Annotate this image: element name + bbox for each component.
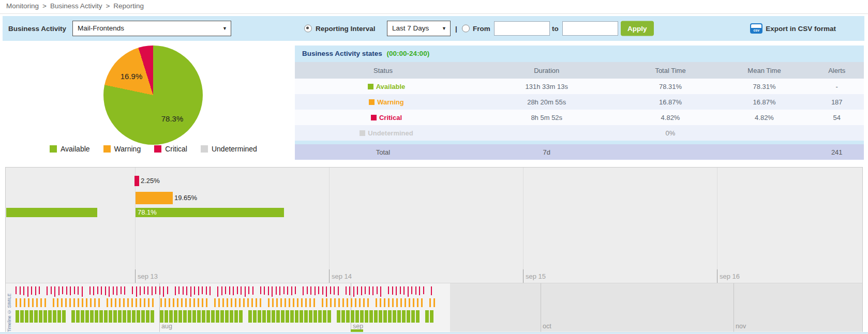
overview-tick-available bbox=[178, 310, 182, 323]
state-bar-warning bbox=[136, 192, 173, 204]
overview-tick-critical bbox=[229, 286, 230, 295]
overview-tick-available bbox=[230, 310, 233, 323]
overview-tick-available bbox=[53, 310, 56, 323]
reporting-interval-select[interactable]: Last 7 Days ▼ bbox=[387, 21, 451, 36]
overview-tick-warning bbox=[342, 298, 344, 307]
overview-tick-critical bbox=[167, 286, 168, 294]
overview-tick-available bbox=[309, 310, 312, 323]
from-radio[interactable] bbox=[462, 25, 470, 33]
overview-tick-warning bbox=[198, 298, 199, 307]
timeline-overview-band[interactable]: Timeline © SIMILE augsepoctnov bbox=[6, 283, 862, 332]
overview-tick-critical bbox=[178, 286, 179, 294]
overview-tick-warning bbox=[272, 298, 274, 307]
states-table: StatusDurationTotal TimeMean TimeAlerts … bbox=[295, 62, 864, 160]
overview-tick-available bbox=[206, 310, 210, 323]
overview-tick-available bbox=[160, 310, 163, 323]
overview-tick-critical bbox=[400, 286, 401, 294]
breadcrumb-item[interactable]: Monitoring bbox=[6, 2, 39, 10]
overview-tick-warning bbox=[409, 298, 410, 307]
overview-tick-warning bbox=[289, 298, 290, 307]
date-label: sep 14 bbox=[332, 272, 352, 280]
legend-swatch-available bbox=[50, 145, 57, 153]
overview-tick-critical bbox=[334, 286, 335, 295]
states-column-header: Mean Time bbox=[719, 62, 810, 79]
overview-tick-critical bbox=[159, 286, 160, 295]
overview-tick-available bbox=[141, 310, 145, 323]
overview-tick-warning bbox=[421, 298, 423, 307]
overview-tick-available bbox=[188, 310, 191, 323]
overview-tick-warning bbox=[405, 298, 406, 307]
overview-tick-critical bbox=[202, 286, 203, 294]
overview-tick-available bbox=[290, 310, 294, 323]
overview-tick-critical bbox=[93, 286, 94, 295]
reporting-interval-value: Last 7 Days bbox=[392, 24, 429, 32]
overview-tick-critical bbox=[105, 286, 106, 295]
states-value-cell: 54 bbox=[810, 110, 864, 125]
filter-toolbar: Business Activity Mail-Frontends ▼ Repor… bbox=[3, 16, 864, 41]
overview-tick-critical bbox=[252, 286, 253, 295]
overview-tick-warning bbox=[107, 298, 108, 307]
from-date-input[interactable] bbox=[494, 21, 550, 36]
visible-range-highlight[interactable] bbox=[6, 283, 450, 332]
breadcrumb-item[interactable]: Business Activity bbox=[50, 2, 102, 10]
overview-tick-available bbox=[34, 310, 38, 323]
overview-tick-warning bbox=[78, 298, 79, 307]
states-total-row: Total7d241 bbox=[295, 144, 864, 160]
overview-tick-warning bbox=[392, 298, 394, 307]
month-separator bbox=[541, 283, 541, 332]
overview-tick-critical bbox=[155, 286, 156, 294]
overview-tick-critical bbox=[303, 286, 304, 295]
overview-tick-critical bbox=[54, 286, 55, 297]
overview-tick-available bbox=[346, 310, 350, 323]
overview-tick-warning bbox=[433, 298, 435, 307]
overview-tick-available bbox=[43, 310, 47, 323]
overview-tick-warning bbox=[90, 298, 92, 307]
breadcrumb-separator: > bbox=[42, 2, 47, 10]
overview-tick-available bbox=[411, 310, 415, 323]
overview-tick-warning bbox=[164, 298, 166, 307]
state-bar-available bbox=[136, 208, 284, 217]
timeline-detail-band[interactable]: sep 13sep 14sep 15sep 162.25%19.65%78.1% bbox=[6, 168, 862, 283]
states-value-cell: 131h 33m 13s bbox=[471, 79, 622, 94]
states-column-header: Duration bbox=[471, 62, 622, 79]
overview-tick-warning bbox=[235, 298, 236, 307]
overview-tick-available bbox=[397, 310, 401, 323]
overview-tick-available bbox=[253, 310, 257, 323]
states-value-cell bbox=[471, 125, 622, 141]
apply-button[interactable]: Apply bbox=[621, 21, 654, 36]
states-header-row: StatusDurationTotal TimeMean TimeAlerts bbox=[295, 62, 864, 79]
overview-tick-warning bbox=[44, 298, 46, 307]
overview-tick-warning bbox=[334, 298, 336, 307]
states-value-cell: - bbox=[810, 79, 864, 94]
overview-tick-warning bbox=[367, 298, 369, 307]
overview-tick-warning bbox=[160, 298, 162, 307]
overview-tick-critical bbox=[415, 286, 416, 295]
overview-tick-critical bbox=[186, 286, 187, 295]
overview-tick-available bbox=[304, 310, 308, 323]
overview-tick-available bbox=[425, 310, 429, 323]
export-csv-link[interactable]: csv Export in CSV format bbox=[750, 23, 836, 34]
overview-tick-critical bbox=[101, 286, 102, 295]
overview-tick-available bbox=[48, 310, 52, 323]
overview-tick-available bbox=[220, 310, 224, 323]
overview-tick-available bbox=[71, 310, 75, 323]
overview-tick-critical bbox=[349, 286, 350, 295]
to-date-input[interactable] bbox=[562, 21, 618, 36]
reporting-interval-radio[interactable] bbox=[304, 25, 312, 33]
business-activity-select[interactable]: Mail-Frontends ▼ bbox=[72, 21, 231, 36]
overview-tick-warning bbox=[189, 298, 191, 307]
overview-tick-critical bbox=[39, 286, 40, 294]
breadcrumb-item[interactable]: Reporting bbox=[113, 2, 144, 10]
overview-tick-available bbox=[281, 310, 285, 323]
states-value-cell bbox=[810, 125, 864, 141]
overview-tick-critical bbox=[264, 286, 265, 295]
overview-tick-critical bbox=[78, 286, 79, 295]
overview-tick-warning bbox=[193, 298, 195, 307]
overview-tick-critical bbox=[221, 286, 222, 295]
overview-tick-warning bbox=[359, 298, 361, 307]
overview-tick-critical bbox=[70, 286, 71, 295]
overview-tick-critical bbox=[423, 286, 424, 294]
overview-tick-critical bbox=[431, 286, 432, 295]
overview-tick-critical bbox=[82, 286, 83, 297]
states-row-available: Available131h 33m 13s78.31%78.31%- bbox=[295, 79, 864, 94]
